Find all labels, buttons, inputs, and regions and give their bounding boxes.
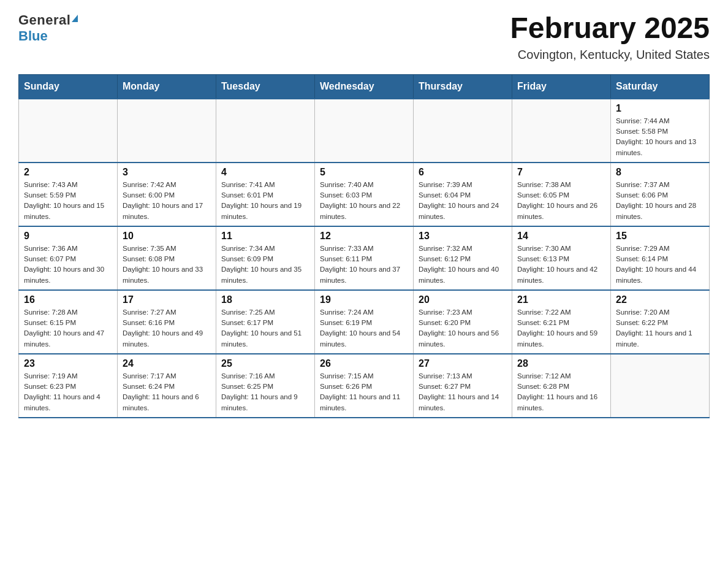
table-row: 6Sunrise: 7:39 AMSunset: 6:04 PMDaylight… <box>414 163 512 226</box>
table-row <box>118 99 216 163</box>
day-number: 11 <box>221 231 309 242</box>
day-info: Sunrise: 7:33 AMSunset: 6:11 PMDaylight:… <box>320 243 408 286</box>
day-info: Sunrise: 7:23 AMSunset: 6:20 PMDaylight:… <box>419 307 507 350</box>
table-row <box>315 99 414 163</box>
day-info: Sunrise: 7:22 AMSunset: 6:21 PMDaylight:… <box>517 307 605 350</box>
table-row: 8Sunrise: 7:37 AMSunset: 6:06 PMDaylight… <box>611 163 710 226</box>
logo-general-text: General <box>18 12 70 28</box>
day-info: Sunrise: 7:42 AMSunset: 6:00 PMDaylight:… <box>123 180 211 222</box>
day-number: 23 <box>24 358 112 369</box>
day-number: 8 <box>616 167 704 178</box>
day-number: 10 <box>123 231 211 242</box>
day-number: 22 <box>616 294 704 305</box>
day-number: 28 <box>517 358 605 369</box>
table-row: 1Sunrise: 7:44 AMSunset: 5:58 PMDaylight… <box>611 99 710 163</box>
day-number: 27 <box>419 358 507 369</box>
day-number: 16 <box>24 294 112 305</box>
day-number: 9 <box>24 231 112 242</box>
day-info: Sunrise: 7:24 AMSunset: 6:19 PMDaylight:… <box>320 307 408 350</box>
day-number: 25 <box>221 358 309 369</box>
day-info: Sunrise: 7:28 AMSunset: 6:15 PMDaylight:… <box>24 307 112 350</box>
col-thursday: Thursday <box>414 74 512 99</box>
day-number: 24 <box>123 358 211 369</box>
day-info: Sunrise: 7:34 AMSunset: 6:09 PMDaylight:… <box>221 243 309 286</box>
calendar-week-row: 9Sunrise: 7:36 AMSunset: 6:07 PMDaylight… <box>19 226 710 290</box>
day-info: Sunrise: 7:39 AMSunset: 6:04 PMDaylight:… <box>419 180 507 222</box>
table-row: 18Sunrise: 7:25 AMSunset: 6:17 PMDayligh… <box>216 290 315 354</box>
day-info: Sunrise: 7:38 AMSunset: 6:05 PMDaylight:… <box>517 180 605 222</box>
day-number: 1 <box>616 103 704 114</box>
table-row: 2Sunrise: 7:43 AMSunset: 5:59 PMDaylight… <box>19 163 118 226</box>
day-number: 20 <box>419 294 507 305</box>
day-info: Sunrise: 7:37 AMSunset: 6:06 PMDaylight:… <box>616 180 704 222</box>
col-sunday: Sunday <box>19 74 118 99</box>
day-number: 19 <box>320 294 408 305</box>
day-info: Sunrise: 7:25 AMSunset: 6:17 PMDaylight:… <box>221 307 309 350</box>
day-number: 7 <box>517 167 605 178</box>
calendar-header-row: Sunday Monday Tuesday Wednesday Thursday… <box>19 74 710 99</box>
day-info: Sunrise: 7:36 AMSunset: 6:07 PMDaylight:… <box>24 243 112 286</box>
day-info: Sunrise: 7:41 AMSunset: 6:01 PMDaylight:… <box>221 180 309 222</box>
day-number: 4 <box>221 167 309 178</box>
table-row <box>512 99 611 163</box>
day-info: Sunrise: 7:13 AMSunset: 6:27 PMDaylight:… <box>419 371 507 413</box>
table-row: 15Sunrise: 7:29 AMSunset: 6:14 PMDayligh… <box>611 226 710 290</box>
table-row <box>414 99 512 163</box>
table-row: 5Sunrise: 7:40 AMSunset: 6:03 PMDaylight… <box>315 163 414 226</box>
table-row: 23Sunrise: 7:19 AMSunset: 6:23 PMDayligh… <box>19 354 118 418</box>
day-number: 5 <box>320 167 408 178</box>
calendar-week-row: 23Sunrise: 7:19 AMSunset: 6:23 PMDayligh… <box>19 354 710 418</box>
logo-blue-text: Blue <box>18 28 48 44</box>
day-info: Sunrise: 7:40 AMSunset: 6:03 PMDaylight:… <box>320 180 408 222</box>
day-number: 13 <box>419 231 507 242</box>
table-row: 7Sunrise: 7:38 AMSunset: 6:05 PMDaylight… <box>512 163 611 226</box>
col-tuesday: Tuesday <box>216 74 315 99</box>
day-info: Sunrise: 7:44 AMSunset: 5:58 PMDaylight:… <box>616 116 704 158</box>
table-row: 17Sunrise: 7:27 AMSunset: 6:16 PMDayligh… <box>118 290 216 354</box>
table-row: 19Sunrise: 7:24 AMSunset: 6:19 PMDayligh… <box>315 290 414 354</box>
day-info: Sunrise: 7:17 AMSunset: 6:24 PMDaylight:… <box>123 371 211 413</box>
day-info: Sunrise: 7:16 AMSunset: 6:25 PMDaylight:… <box>221 371 309 413</box>
page-header: General Blue February 2025 Covington, Ke… <box>18 12 710 62</box>
day-info: Sunrise: 7:43 AMSunset: 5:59 PMDaylight:… <box>24 180 112 222</box>
page-subtitle: Covington, Kentucky, United States <box>510 48 710 62</box>
table-row: 14Sunrise: 7:30 AMSunset: 6:13 PMDayligh… <box>512 226 611 290</box>
day-info: Sunrise: 7:19 AMSunset: 6:23 PMDaylight:… <box>24 371 112 413</box>
day-info: Sunrise: 7:27 AMSunset: 6:16 PMDaylight:… <box>123 307 211 350</box>
day-info: Sunrise: 7:35 AMSunset: 6:08 PMDaylight:… <box>123 243 211 286</box>
day-number: 12 <box>320 231 408 242</box>
calendar-week-row: 2Sunrise: 7:43 AMSunset: 5:59 PMDaylight… <box>19 163 710 226</box>
page-title: February 2025 <box>510 12 710 45</box>
day-info: Sunrise: 7:15 AMSunset: 6:26 PMDaylight:… <box>320 371 408 413</box>
table-row: 9Sunrise: 7:36 AMSunset: 6:07 PMDaylight… <box>19 226 118 290</box>
table-row: 27Sunrise: 7:13 AMSunset: 6:27 PMDayligh… <box>414 354 512 418</box>
day-number: 6 <box>419 167 507 178</box>
table-row: 12Sunrise: 7:33 AMSunset: 6:11 PMDayligh… <box>315 226 414 290</box>
logo-arrow-icon <box>72 15 78 22</box>
table-row <box>611 354 710 418</box>
col-friday: Friday <box>512 74 611 99</box>
day-info: Sunrise: 7:32 AMSunset: 6:12 PMDaylight:… <box>419 243 507 286</box>
table-row: 16Sunrise: 7:28 AMSunset: 6:15 PMDayligh… <box>19 290 118 354</box>
table-row: 11Sunrise: 7:34 AMSunset: 6:09 PMDayligh… <box>216 226 315 290</box>
title-section: February 2025 Covington, Kentucky, Unite… <box>510 12 710 62</box>
table-row: 25Sunrise: 7:16 AMSunset: 6:25 PMDayligh… <box>216 354 315 418</box>
table-row: 26Sunrise: 7:15 AMSunset: 6:26 PMDayligh… <box>315 354 414 418</box>
table-row <box>19 99 118 163</box>
calendar-week-row: 1Sunrise: 7:44 AMSunset: 5:58 PMDaylight… <box>19 99 710 163</box>
col-monday: Monday <box>118 74 216 99</box>
logo: General Blue <box>18 12 78 44</box>
table-row: 28Sunrise: 7:12 AMSunset: 6:28 PMDayligh… <box>512 354 611 418</box>
day-info: Sunrise: 7:20 AMSunset: 6:22 PMDaylight:… <box>616 307 704 350</box>
table-row: 4Sunrise: 7:41 AMSunset: 6:01 PMDaylight… <box>216 163 315 226</box>
day-number: 2 <box>24 167 112 178</box>
calendar-table: Sunday Monday Tuesday Wednesday Thursday… <box>18 74 710 418</box>
day-info: Sunrise: 7:29 AMSunset: 6:14 PMDaylight:… <box>616 243 704 286</box>
col-wednesday: Wednesday <box>315 74 414 99</box>
table-row: 22Sunrise: 7:20 AMSunset: 6:22 PMDayligh… <box>611 290 710 354</box>
table-row: 10Sunrise: 7:35 AMSunset: 6:08 PMDayligh… <box>118 226 216 290</box>
day-number: 17 <box>123 294 211 305</box>
table-row: 13Sunrise: 7:32 AMSunset: 6:12 PMDayligh… <box>414 226 512 290</box>
table-row: 24Sunrise: 7:17 AMSunset: 6:24 PMDayligh… <box>118 354 216 418</box>
day-number: 21 <box>517 294 605 305</box>
